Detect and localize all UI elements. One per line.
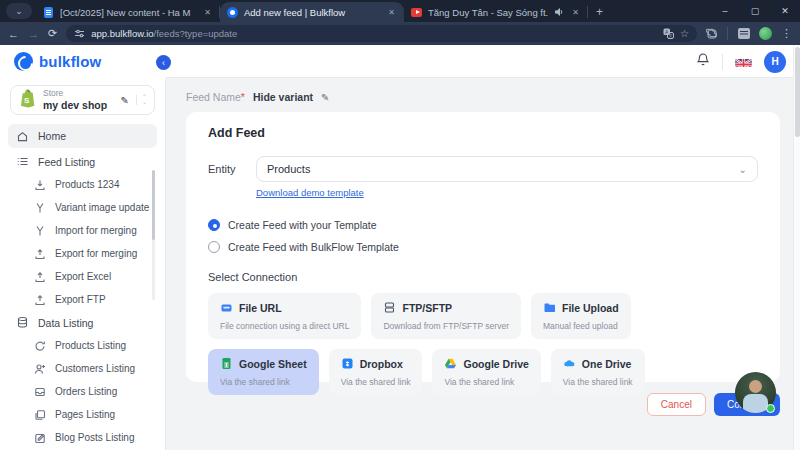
url-host: app.bulkflow.io — [91, 28, 153, 39]
sidebar-item-customers-listing[interactable]: Customers Listing — [0, 357, 165, 380]
connection-options: File URL File connection using a direct … — [208, 293, 728, 395]
store-name: my dev shop — [43, 99, 114, 111]
upload-icon — [34, 271, 46, 283]
sidebar-item-data-listing[interactable]: Data Listing — [0, 311, 165, 334]
nav-label: Blog Posts Listing — [55, 432, 135, 443]
nav-label: Home — [38, 130, 66, 142]
pages-icon — [34, 409, 46, 421]
nav-label: Variant image update — [55, 202, 149, 213]
tab-close-icon[interactable]: ✕ — [570, 8, 581, 17]
browser-menu-icon[interactable]: ⋮ — [781, 27, 792, 40]
orders-inbox-icon — [34, 386, 46, 398]
connection-ftp-sftp[interactable]: FTP/SFTP Download from FTP/SFTP server — [371, 293, 521, 339]
tab-search-button[interactable]: ⌄ — [6, 3, 32, 19]
sidebar-item-products-1234[interactable]: Products 1234 — [0, 173, 165, 196]
sidebar-scrollbar[interactable] — [152, 170, 155, 300]
download-icon — [34, 179, 46, 191]
nav-label: Products Listing — [55, 340, 126, 351]
store-info: Store my dev shop — [43, 89, 114, 111]
url-text[interactable]: app.bulkflow.io/feeds?type=update — [91, 28, 657, 39]
sidebar-collapse-button[interactable]: ‹ — [156, 55, 171, 70]
nav-label: Export FTP — [55, 294, 106, 305]
sidebar-item-export-excel[interactable]: Export Excel — [0, 265, 165, 288]
reload-icon[interactable]: ⟳ — [48, 27, 57, 40]
database-icon — [16, 316, 29, 329]
window-close-icon[interactable]: ✕ — [770, 6, 800, 16]
feed-listing-icon — [16, 155, 29, 168]
main-content: Feed Name* Hide variant ✎ Add Feed Entit… — [166, 78, 800, 450]
bulkflow-logo[interactable]: bulkflow — [0, 52, 166, 71]
connection-file-upload[interactable]: File Upload Manual feed upload — [531, 293, 631, 339]
sidebar-item-blog-posts-listing[interactable]: Blog Posts Listing — [0, 426, 165, 449]
connection-file-url[interactable]: File URL File connection using a direct … — [208, 293, 361, 339]
sidebar-item-products-listing[interactable]: Products Listing — [0, 334, 165, 357]
sidebar-item-export-for-merging[interactable]: Export for merging — [0, 242, 165, 265]
radio-your-template[interactable]: Create Feed with your Template — [208, 214, 758, 236]
store-edit-pencil-icon[interactable]: ✎ — [121, 95, 129, 106]
browser-tab-docs[interactable]: [Oct/2025] New content - Ha M ✕ — [36, 2, 220, 22]
page-scrollbar[interactable] — [793, 45, 800, 450]
store-switcher-icon[interactable]: ⌃⌄ — [136, 95, 147, 106]
new-tab-icon[interactable]: + — [596, 5, 603, 19]
nav-label: Customers Listing — [55, 363, 135, 374]
browser-tab-youtube[interactable]: Tăng Duy Tân - Say Sóng ft. ✕ — [404, 2, 588, 22]
translate-icon[interactable]: A文 — [663, 28, 674, 39]
address-bar[interactable]: app.bulkflow.io/feeds?type=update A文 ☆ — [66, 25, 697, 42]
language-flag-icon[interactable] — [735, 56, 752, 67]
cancel-button[interactable]: Cancel — [647, 393, 706, 416]
sidebar-item-feed-listing[interactable]: Feed Listing — [0, 150, 165, 173]
green-extension-icon[interactable] — [759, 27, 772, 40]
radio-bulkflow-template[interactable]: Create Feed with BulkFlow Template — [208, 236, 758, 258]
user-avatar[interactable]: H — [764, 51, 786, 73]
file-upload-folder-icon — [543, 301, 556, 314]
connection-name: One Drive — [582, 358, 632, 370]
back-icon[interactable]: ← — [8, 28, 19, 40]
browser-tab-bulkflow[interactable]: Add new feed | Bulkflow ✕ — [220, 2, 404, 22]
upload-icon — [34, 248, 46, 260]
connection-desc: Manual feed upload — [543, 321, 619, 331]
connection-desc: Download from FTP/SFTP server — [383, 321, 509, 331]
bell-icon[interactable] — [696, 52, 710, 71]
google-drive-icon — [444, 357, 457, 370]
sidebar: S Store my dev shop ✎ ⌃⌄ Home Fee — [0, 78, 166, 450]
nav-label: Feed Listing — [38, 156, 95, 168]
radio-selected-icon[interactable] — [208, 219, 220, 231]
forward-icon[interactable]: → — [28, 28, 39, 40]
bookmark-star-icon[interactable]: ☆ — [680, 28, 689, 39]
maximize-icon[interactable]: ▢ — [740, 6, 770, 16]
connection-name: Google Sheet — [239, 358, 307, 370]
card-title: Add Feed — [208, 126, 758, 140]
svg-text:S: S — [24, 96, 30, 105]
sidebar-item-orders-listing[interactable]: Orders Listing — [0, 380, 165, 403]
entity-label: Entity — [208, 163, 256, 175]
site-settings-icon[interactable] — [74, 28, 85, 39]
entity-value: Products — [267, 163, 310, 175]
entity-select[interactable]: Products ⌄ — [256, 156, 758, 182]
sidebar-item-variant-image-update[interactable]: Variant image update — [0, 196, 165, 219]
radio-label: Create Feed with BulkFlow Template — [228, 241, 399, 253]
connection-name: Google Drive — [463, 358, 528, 370]
feed-name-row: Feed Name* Hide variant ✎ — [166, 78, 800, 112]
store-selector[interactable]: S Store my dev shop ✎ ⌃⌄ — [10, 85, 155, 115]
audio-speaker-icon[interactable] — [554, 7, 564, 17]
shopify-store-icon: S — [18, 88, 36, 112]
sidebar-item-import-for-merging[interactable]: Import for merging — [0, 219, 165, 242]
notes-extension-icon[interactable] — [737, 27, 750, 40]
add-feed-card: Add Feed Entity Products ⌄ Download demo… — [186, 112, 780, 382]
required-asterisk: * — [241, 91, 245, 103]
upload-icon — [34, 294, 46, 306]
minimize-icon[interactable]: – — [710, 6, 740, 16]
tab-close-icon[interactable]: ✕ — [386, 8, 397, 17]
browser-toolbar: ← → ⟳ app.bulkflow.io/feeds?type=update … — [0, 22, 800, 45]
radio-unselected-icon[interactable] — [208, 241, 220, 253]
sidebar-item-home[interactable]: Home — [8, 124, 157, 148]
extensions-icon[interactable] — [706, 28, 718, 40]
connection-name: Dropbox — [360, 358, 403, 370]
tab-close-icon[interactable]: ✕ — [202, 8, 213, 17]
download-demo-template-link[interactable]: Download demo template — [256, 187, 364, 198]
sidebar-item-pages-listing[interactable]: Pages Listing — [0, 403, 165, 426]
sidebar-item-export-ftp[interactable]: Export FTP — [0, 288, 165, 311]
feed-name-edit-icon[interactable]: ✎ — [321, 92, 329, 103]
sync-icon — [34, 340, 46, 352]
bulkflow-logo-icon — [14, 52, 33, 71]
